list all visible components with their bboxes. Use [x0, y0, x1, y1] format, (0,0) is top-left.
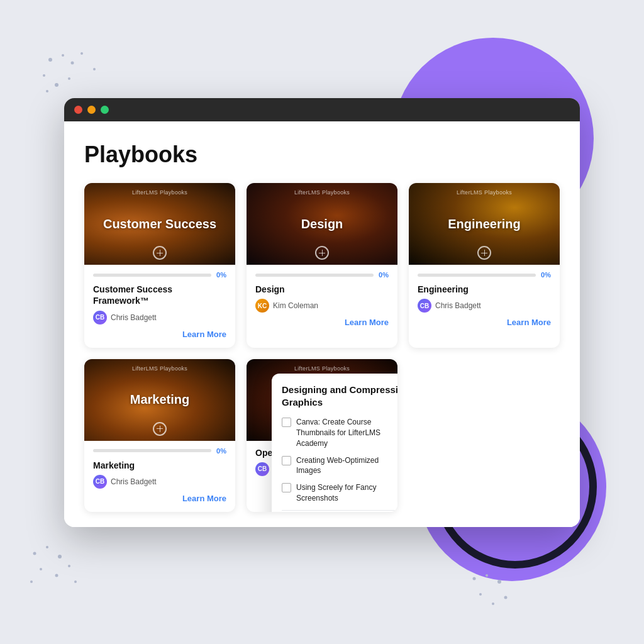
avatar-engineering: CB	[418, 299, 431, 313]
svg-point-7	[68, 77, 70, 80]
progress-wrap-marketing: 0%	[93, 447, 226, 455]
author-engineering: CB Chris Badgett	[418, 299, 551, 313]
svg-point-16	[74, 580, 77, 583]
author-design: KC Kim Coleman	[255, 299, 389, 313]
avatar-design: KC	[255, 299, 269, 313]
dots-bottom-right	[468, 572, 518, 613]
author-name-engineering: Chris Badgett	[435, 301, 481, 310]
progress-pct-cs: 0%	[216, 271, 226, 279]
svg-point-1	[62, 54, 64, 57]
card-badge-operations: LifterLMS Playbooks	[294, 365, 350, 372]
dots-bottom-left	[25, 541, 88, 594]
globe-icon-marketing	[153, 422, 167, 436]
author-name-cs: Chris Badgett	[111, 313, 157, 322]
card-thumb-engineering: LifterLMS Playbooks Engineering	[409, 183, 560, 265]
dots-top-left	[38, 50, 113, 103]
checklist-row-2: Creating Web-Optimized Images 2 of 3	[296, 455, 397, 477]
browser-content: Playbooks LifterLMS Playbooks Customer S…	[64, 121, 580, 527]
card-title-marketing: Marketing	[123, 392, 197, 407]
svg-point-8	[93, 68, 96, 70]
course-name-engineering: Engineering	[418, 284, 551, 295]
progress-pct-marketing: 0%	[216, 447, 226, 455]
card-customer-success: LifterLMS Playbooks Customer Success 0% …	[84, 183, 235, 347]
card-thumb-marketing: LifterLMS Playbooks Marketing	[84, 359, 235, 441]
svg-point-11	[58, 555, 62, 558]
browser-titlebar	[64, 98, 580, 121]
progress-bg-cs	[93, 274, 211, 277]
author-cs: CB Chris Badgett	[93, 311, 226, 325]
svg-point-5	[55, 83, 58, 87]
traffic-light-close[interactable]	[74, 106, 82, 114]
scene: Playbooks LifterLMS Playbooks Customer S…	[0, 0, 644, 644]
floating-card-title: Designing and Compressing Graphics	[282, 384, 397, 408]
progress-wrap-design: 0%	[255, 271, 389, 279]
globe-icon-cs	[153, 246, 167, 260]
card-operations: LifterLMS Playbooks Operations and Admin…	[247, 359, 397, 512]
card-title-engineering: Engineering	[440, 217, 528, 231]
card-body-marketing: 0% Marketing CB Chris Badgett Learn More	[84, 441, 235, 512]
checklist-item-2: Creating Web-Optimized Images 2 of 3	[282, 455, 397, 477]
svg-point-15	[30, 580, 33, 583]
progress-pct-engineering: 0%	[541, 271, 551, 279]
avatar-operations: CB	[255, 462, 269, 476]
course-name-cs: Customer Success Framework™	[93, 284, 226, 306]
card-engineering: LifterLMS Playbooks Engineering 0% Engin…	[409, 183, 560, 347]
progress-bg-design	[255, 274, 374, 277]
traffic-light-minimize[interactable]	[87, 106, 96, 114]
card-thumb-customer-success: LifterLMS Playbooks Customer Success	[84, 183, 235, 265]
checklist-row-3: Using Screely for Fancy Screenshots 3 of…	[296, 482, 397, 504]
svg-point-19	[497, 580, 501, 584]
learn-more-engineering[interactable]: Learn More	[418, 318, 551, 327]
page-title: Playbooks	[84, 142, 560, 168]
card-marketing: LifterLMS Playbooks Marketing 0% Marketi…	[84, 359, 235, 512]
svg-point-3	[80, 52, 83, 55]
card-badge-marketing: LifterLMS Playbooks	[132, 365, 187, 372]
avatar-marketing: CB	[93, 475, 107, 489]
divider	[282, 510, 397, 511]
browser-window: Playbooks LifterLMS Playbooks Customer S…	[64, 98, 580, 527]
author-marketing: CB Chris Badgett	[93, 475, 226, 489]
svg-point-21	[504, 596, 508, 599]
svg-point-20	[479, 593, 482, 596]
checklist-item-3: Using Screely for Fancy Screenshots 3 of…	[282, 482, 397, 504]
card-design: LifterLMS Playbooks Design 0% Design	[247, 183, 397, 347]
checkbox-2[interactable]	[282, 456, 291, 465]
course-name-design: Design	[255, 284, 389, 295]
card-badge-engineering: LifterLMS Playbooks	[457, 189, 512, 196]
card-title-design: Design	[294, 217, 351, 231]
checklist-text-3: Using Screely for Fancy Screenshots	[296, 482, 397, 504]
svg-point-9	[33, 552, 36, 555]
progress-wrap-engineering: 0%	[418, 271, 551, 279]
svg-point-2	[71, 62, 74, 65]
author-name-marketing: Chris Badgett	[111, 477, 157, 486]
svg-point-13	[55, 574, 58, 577]
card-body-design: 0% Design KC Kim Coleman Learn More	[247, 265, 397, 336]
svg-point-17	[473, 577, 476, 580]
progress-pct-design: 0%	[379, 271, 389, 279]
globe-icon-engineering	[477, 246, 491, 260]
checkbox-3[interactable]	[282, 483, 291, 492]
card-thumb-design: LifterLMS Playbooks Design	[247, 183, 397, 265]
checklist-row-1: Canva: Create Course Thumbnails for Lift…	[296, 417, 397, 448]
svg-point-6	[46, 90, 48, 92]
course-name-marketing: Marketing	[93, 460, 226, 471]
card-title-cs: Customer Success	[96, 217, 224, 231]
checklist-text-2: Creating Web-Optimized Images	[296, 455, 397, 477]
card-badge-design: LifterLMS Playbooks	[294, 189, 350, 196]
cards-grid: LifterLMS Playbooks Customer Success 0% …	[84, 183, 560, 512]
svg-point-12	[40, 568, 42, 570]
learn-more-marketing[interactable]: Learn More	[93, 494, 226, 503]
svg-point-10	[46, 546, 48, 548]
checklist-text-1: Canva: Create Course Thumbnails for Lift…	[296, 417, 397, 448]
svg-point-18	[486, 574, 488, 577]
learn-more-design[interactable]: Learn More	[255, 318, 389, 327]
checkbox-1[interactable]	[282, 418, 291, 427]
card-body-engineering: 0% Engineering CB Chris Badgett Learn Mo…	[409, 265, 560, 336]
svg-point-4	[43, 74, 45, 77]
checklist-item-1: Canva: Create Course Thumbnails for Lift…	[282, 417, 397, 448]
progress-bg-engineering	[418, 274, 536, 277]
svg-point-14	[68, 565, 70, 567]
traffic-light-maximize[interactable]	[101, 106, 109, 114]
learn-more-cs[interactable]: Learn More	[93, 330, 226, 339]
progress-bg-marketing	[93, 449, 211, 452]
